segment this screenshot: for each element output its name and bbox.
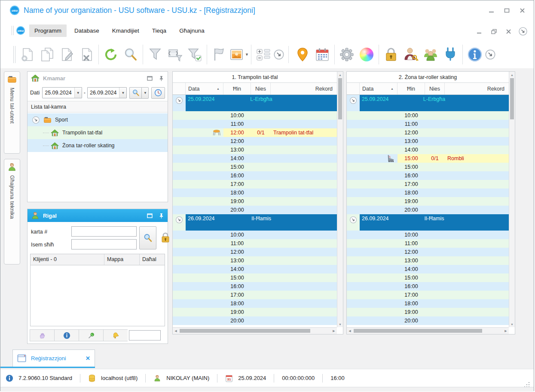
date-to-combo[interactable]: 26.09.2024 ▼ xyxy=(87,87,127,98)
column-header-data[interactable]: Data▲ xyxy=(360,83,397,94)
full-name-input[interactable] xyxy=(71,239,137,249)
info-button[interactable] xyxy=(465,43,485,66)
time-slot-row[interactable]: 11:00 xyxy=(173,120,337,128)
time-slot-row[interactable]: 13:00 xyxy=(173,146,337,154)
time-slot-row[interactable]: 12:00 xyxy=(173,137,337,146)
minimize-button[interactable] xyxy=(486,6,497,15)
time-slot-row[interactable]: 12:00 xyxy=(347,128,509,137)
client-search-button[interactable] xyxy=(139,226,156,249)
entered-column-header[interactable]: Daħal xyxy=(140,254,165,265)
expand-circle-icon[interactable] xyxy=(175,216,183,224)
scroll-thumb[interactable] xyxy=(338,78,342,119)
expand-circle-icon[interactable] xyxy=(175,97,183,104)
time-slot-row[interactable]: 14:00 xyxy=(173,154,337,163)
time-slot-row[interactable]: 18:00 xyxy=(347,188,509,197)
time-slot-row[interactable]: 20:00 xyxy=(173,316,337,325)
tab-registration[interactable]: Reġistrazzjoni ✕ xyxy=(12,349,95,367)
settings-button[interactable] xyxy=(337,43,357,66)
column-header-data[interactable]: Data▲ xyxy=(186,83,223,94)
scroll-thumb[interactable] xyxy=(510,78,514,119)
expand-rows-button[interactable] xyxy=(254,43,273,66)
maximize-button[interactable] xyxy=(501,6,512,15)
mdi-close-button[interactable] xyxy=(503,27,514,36)
card-number-input[interactable] xyxy=(71,226,137,237)
map-column-header[interactable]: Mappa xyxy=(104,254,140,265)
date-header-row[interactable]: 26.09.2024Il-Ħamis xyxy=(347,214,509,231)
booking-row[interactable]: 12:000/1Trampolin tat-tfal xyxy=(173,128,337,137)
time-slot-row[interactable]: 18:00 xyxy=(173,188,337,197)
time-slot-row[interactable]: 14:00 xyxy=(347,146,509,154)
pin-client-button[interactable] xyxy=(79,329,103,341)
time-slot-row[interactable]: 10:00 xyxy=(173,111,337,120)
time-slot-row[interactable]: 15:00 xyxy=(173,273,337,282)
scroll-down-icon[interactable]: ▼ xyxy=(509,321,515,327)
time-slot-row[interactable]: 18:00 xyxy=(347,299,509,308)
chevron-down-icon[interactable]: ▼ xyxy=(245,52,249,57)
time-slot-row[interactable]: 17:00 xyxy=(173,180,337,188)
vertical-scrollbar[interactable]: ▲▼ xyxy=(509,72,515,327)
client-info-button[interactable] xyxy=(54,329,79,341)
time-slot-row[interactable]: 18:00 xyxy=(173,299,337,308)
mdi-minimize-button[interactable] xyxy=(474,27,485,36)
schedule-time-button[interactable] xyxy=(151,87,165,99)
time-slot-row[interactable]: 11:00 xyxy=(347,120,509,128)
menu-item-4[interactable]: Għajnuna xyxy=(174,24,210,37)
filter-apply-button[interactable] xyxy=(185,43,205,66)
time-slot-row[interactable]: 11:00 xyxy=(347,239,509,248)
plug-button[interactable] xyxy=(440,43,460,66)
scroll-left-icon[interactable]: ◀ xyxy=(173,328,179,334)
filter-columns-button[interactable] xyxy=(165,43,185,66)
time-slot-row[interactable]: 10:00 xyxy=(347,111,509,120)
gift-quick-input[interactable] xyxy=(129,330,161,340)
tab-close-icon[interactable]: ✕ xyxy=(86,355,90,362)
menu-item-2[interactable]: Kmandijiet xyxy=(107,24,144,37)
toolbar-overflow-button-2[interactable] xyxy=(485,49,496,60)
search-button[interactable] xyxy=(121,43,141,66)
column-header-people[interactable]: Nies xyxy=(251,83,271,94)
time-slot-row[interactable]: 13:00 xyxy=(347,137,509,146)
time-slot-row[interactable]: 19:00 xyxy=(173,308,337,316)
time-slot-row[interactable]: 17:00 xyxy=(347,180,509,188)
time-slot-row[interactable]: 16:00 xyxy=(347,282,509,291)
time-slot-row[interactable]: 10:00 xyxy=(347,231,509,239)
time-slot-row[interactable]: 19:00 xyxy=(347,197,509,206)
chevron-down-icon[interactable]: ▼ xyxy=(119,88,126,98)
toolbar-overflow-button[interactable] xyxy=(273,49,284,60)
expand-circle-icon[interactable] xyxy=(349,216,357,224)
time-slot-row[interactable]: 14:00 xyxy=(347,265,509,273)
calendar-button[interactable] xyxy=(312,43,332,66)
menu-item-1[interactable]: Database xyxy=(69,24,104,37)
side-tab-tech-support[interactable]: Għajnuna teknika xyxy=(4,159,20,264)
time-slot-row[interactable]: 20:00 xyxy=(347,316,509,325)
panel-maximize-icon[interactable] xyxy=(147,76,153,81)
menu-overflow-button[interactable] xyxy=(517,26,529,37)
image-button[interactable]: ▼ xyxy=(229,43,249,66)
time-slot-row[interactable]: 13:00 xyxy=(347,256,509,265)
flag-button[interactable] xyxy=(209,43,229,66)
date-header-row[interactable]: 25.09.2024L-Erbgħa xyxy=(173,95,337,111)
edit-record-button[interactable] xyxy=(57,43,76,66)
time-slot-row[interactable]: 16:00 xyxy=(347,171,509,180)
time-slot-row[interactable]: 17:00 xyxy=(173,291,337,299)
pushpin-icon[interactable] xyxy=(159,76,164,81)
scroll-up-icon[interactable]: ▲ xyxy=(337,72,343,78)
menu-item-0[interactable]: Programm xyxy=(29,24,67,37)
tree-item-2[interactable]: Żona tar-roller skating xyxy=(28,139,168,152)
time-slot-row[interactable]: 16:00 xyxy=(173,282,337,291)
time-slot-row[interactable]: 19:00 xyxy=(347,308,509,316)
filter-button[interactable] xyxy=(145,43,165,66)
colors-button[interactable] xyxy=(357,43,376,66)
time-slot-row[interactable]: 16:00 xyxy=(173,171,337,180)
chevron-down-icon[interactable]: ▼ xyxy=(74,88,82,98)
toolbar-drag-handle[interactable] xyxy=(13,46,15,63)
users-button[interactable] xyxy=(421,43,440,66)
time-slot-row[interactable]: 15:00 xyxy=(347,163,509,171)
drag-hand-button[interactable] xyxy=(30,329,54,341)
time-slot-row[interactable]: 20:00 xyxy=(173,206,337,214)
mdi-restore-button[interactable] xyxy=(488,27,499,36)
column-header-time[interactable]: Ħin xyxy=(397,83,425,94)
scroll-left-icon[interactable]: ◀ xyxy=(347,328,353,334)
time-slot-row[interactable]: 12:00 xyxy=(347,248,509,256)
scroll-right-icon[interactable]: ▶ xyxy=(503,328,509,334)
date-from-combo[interactable]: 25.09.2024 ▼ xyxy=(42,87,82,98)
